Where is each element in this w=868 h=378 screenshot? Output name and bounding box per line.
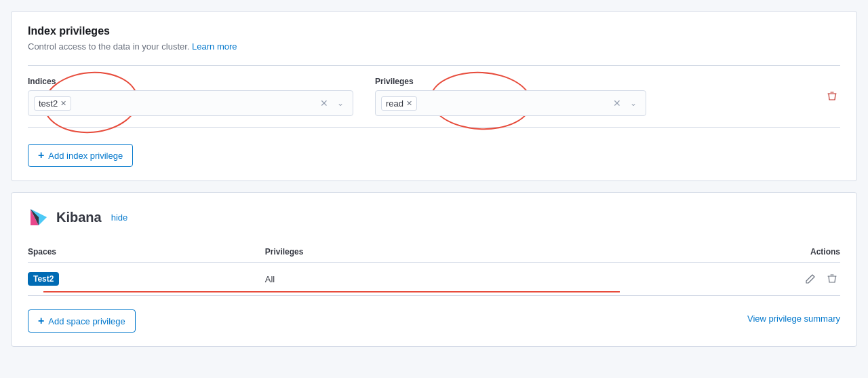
indices-clear-icon[interactable]: ✕: [317, 96, 331, 110]
indices-label: Indices: [28, 77, 353, 86]
space-badge: Test2: [28, 272, 59, 286]
space-cell: Test2: [28, 263, 265, 296]
actions-column-header: Actions: [555, 242, 841, 263]
add-index-privilege-button[interactable]: + Add index privilege: [28, 144, 133, 167]
divider: [28, 65, 840, 66]
table-row: Test2 All: [28, 263, 840, 296]
add-space-icon: +: [38, 315, 44, 327]
indices-tag: test2 ✕: [34, 96, 71, 111]
indices-tag-close[interactable]: ✕: [60, 100, 66, 107]
spaces-privileges-table: Spaces Privileges Actions Test2 All: [28, 242, 840, 296]
kibana-header: Kibana hide: [28, 206, 840, 228]
view-privilege-summary-link[interactable]: View privilege summary: [747, 314, 840, 324]
privileges-tag: read ✕: [381, 96, 417, 111]
kibana-bottom-row: + Add space privilege View privilege sum…: [28, 304, 840, 333]
combo-controls-2: ✕ ⌄: [610, 96, 640, 110]
privileges-column-header: Privileges: [265, 242, 555, 263]
add-space-privilege-button[interactable]: + Add space privilege: [28, 309, 136, 333]
kibana-title: Kibana: [56, 210, 102, 225]
privileges-chevron-icon[interactable]: ⌄: [627, 96, 640, 110]
index-privileges-card: Index privileges Control access to the d…: [11, 11, 857, 181]
delete-index-row-button[interactable]: [824, 88, 840, 105]
kibana-card: Kibana hide Spaces Privileges Actions Te…: [11, 192, 857, 347]
edit-privilege-button[interactable]: [802, 271, 818, 287]
privileges-combobox[interactable]: read ✕ ✕ ⌄: [375, 90, 646, 116]
privileges-clear-icon[interactable]: ✕: [610, 96, 624, 110]
privileges-label: Privileges: [375, 77, 646, 86]
index-privileges-description: Control access to the data in your clust…: [28, 41, 840, 52]
table-header-row: Spaces Privileges Actions: [28, 242, 840, 263]
kibana-logo: [28, 206, 50, 228]
delete-privilege-button[interactable]: [824, 271, 840, 287]
index-fields-row: Indices test2 ✕ ✕ ⌄: [28, 77, 840, 116]
indices-field-group: Indices test2 ✕ ✕ ⌄: [28, 77, 353, 116]
add-icon: +: [38, 149, 44, 162]
spaces-column-header: Spaces: [28, 242, 265, 263]
combo-controls: ✕ ⌄: [317, 96, 347, 110]
privileges-tag-close[interactable]: ✕: [406, 100, 412, 107]
index-privileges-title: Index privileges: [28, 25, 840, 37]
divider-2: [28, 127, 840, 128]
indices-chevron-icon[interactable]: ⌄: [334, 96, 347, 110]
kibana-hide-link[interactable]: hide: [111, 212, 128, 223]
learn-more-link[interactable]: Learn more: [192, 41, 237, 52]
privileges-field-group: Privileges read ✕ ✕ ⌄: [375, 77, 646, 116]
indices-combobox[interactable]: test2 ✕ ✕ ⌄: [28, 90, 353, 116]
privilege-cell: All: [265, 263, 555, 296]
actions-cell: [555, 263, 841, 296]
